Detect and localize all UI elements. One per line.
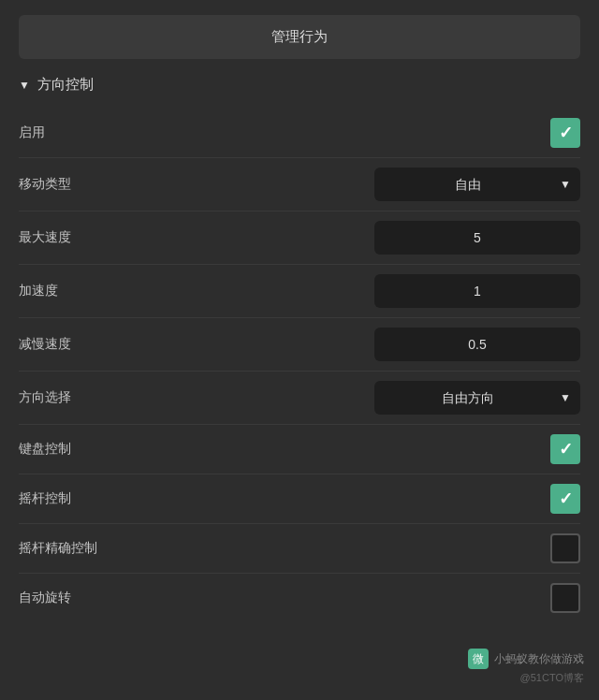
row-label: 启用 — [19, 124, 112, 141]
number-input[interactable] — [374, 221, 580, 255]
table-row: 加速度 — [19, 265, 580, 318]
dropdown-select[interactable]: 自由方向固定方向 — [374, 381, 580, 415]
row-label: 摇杆精确控制 — [19, 540, 112, 557]
checkbox-unchecked[interactable] — [550, 583, 580, 613]
table-row: 摇杆精确控制 — [19, 524, 580, 574]
section-header: ▼ 方向控制 — [19, 76, 580, 94]
table-row: 移动类型自由固定▼ — [19, 158, 580, 211]
table-row: 方向选择自由方向固定方向▼ — [19, 372, 580, 425]
row-label: 自动旋转 — [19, 590, 112, 606]
row-label: 减慢速度 — [19, 336, 112, 353]
row-label: 移动类型 — [19, 176, 112, 193]
checkbox-unchecked[interactable] — [550, 533, 580, 563]
watermark-name: 小蚂蚁教你做游戏 — [494, 651, 584, 667]
watermark: 微 小蚂蚁教你做游戏 @51CTO博客 — [468, 649, 584, 685]
settings-rows: 启用移动类型自由固定▼最大速度加速度减慢速度方向选择自由方向固定方向▼键盘控制摇… — [19, 109, 580, 622]
section-arrow: ▼ — [19, 79, 30, 92]
row-label: 最大速度 — [19, 229, 112, 246]
section-title: 方向控制 — [37, 76, 94, 94]
number-input[interactable] — [374, 274, 580, 308]
checkbox-checked[interactable] — [550, 484, 580, 514]
row-label: 方向选择 — [19, 389, 112, 406]
table-row: 摇杆控制 — [19, 474, 580, 524]
table-row: 自动旋转 — [19, 574, 580, 622]
table-row: 最大速度 — [19, 211, 580, 265]
row-label: 摇杆控制 — [19, 490, 112, 507]
dropdown-select[interactable]: 自由固定 — [374, 168, 580, 201]
checkbox-checked[interactable] — [550, 434, 580, 464]
watermark-top: 微 小蚂蚁教你做游戏 — [468, 649, 584, 669]
dropdown-wrapper: 自由方向固定方向▼ — [374, 381, 580, 415]
dropdown-wrapper: 自由固定▼ — [374, 168, 580, 201]
checkbox-checked[interactable] — [550, 118, 580, 148]
wechat-icon: 微 — [468, 649, 489, 669]
table-row: 减慢速度 — [19, 318, 580, 372]
table-row: 键盘控制 — [19, 425, 580, 474]
manage-behavior-button[interactable]: 管理行为 — [19, 15, 580, 59]
row-label: 键盘控制 — [19, 441, 112, 458]
number-input[interactable] — [374, 328, 580, 361]
row-label: 加速度 — [19, 283, 112, 299]
main-container: 管理行为 ▼ 方向控制 启用移动类型自由固定▼最大速度加速度减慢速度方向选择自由… — [0, 0, 599, 700]
watermark-handle: @51CTO博客 — [520, 671, 584, 685]
table-row: 启用 — [19, 109, 580, 158]
